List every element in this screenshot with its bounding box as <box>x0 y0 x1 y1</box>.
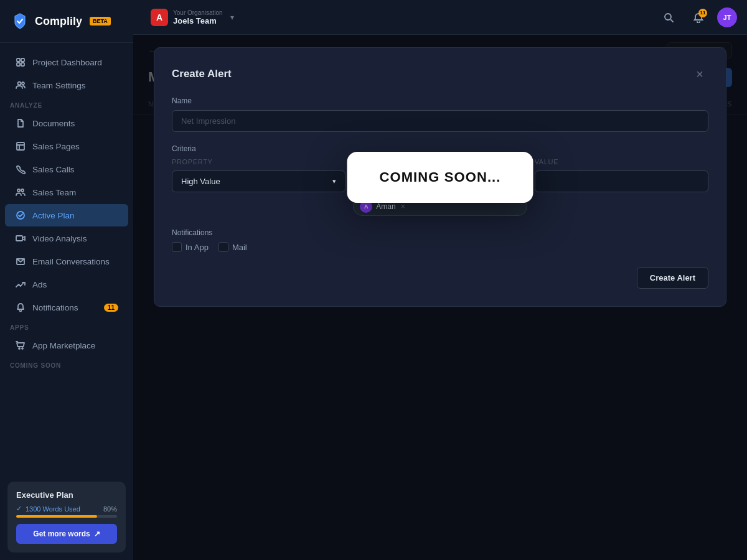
value-input[interactable] <box>535 170 708 192</box>
trending-up-icon <box>15 279 26 290</box>
get-more-words-button[interactable]: Get more words ↗ <box>16 524 117 544</box>
plan-usage-label: 1300 Words Used <box>26 505 80 513</box>
page-area: ← Alerts / Manage Alerts ▶ Help tutorial… <box>133 35 747 560</box>
sidebar-item-app-marketplace[interactable]: App Marketplace <box>5 334 128 357</box>
coming-soon-section-label: COMING SOON <box>0 357 133 371</box>
file-icon <box>15 118 26 129</box>
sidebar-item-label: Documents <box>32 119 75 128</box>
coming-soon-label: COMING SOON... <box>379 169 500 185</box>
notifications-options: In App Mail <box>172 242 708 252</box>
svg-rect-10 <box>16 236 22 241</box>
svg-point-14 <box>665 14 671 20</box>
search-header-button[interactable] <box>657 6 680 29</box>
sidebar-nav: Project Dashboard Team Settings ANALYZE … <box>0 43 133 474</box>
modal-title: Create Alert <box>172 68 232 80</box>
svg-rect-6 <box>17 142 24 150</box>
sidebar-item-project-dashboard[interactable]: Project Dashboard <box>5 51 128 73</box>
chevron-down-icon: ▾ <box>230 13 234 22</box>
svg-point-12 <box>19 348 20 349</box>
sidebar-item-documents[interactable]: Documents <box>5 112 128 134</box>
org-name: Joels Team <box>173 16 223 26</box>
svg-point-4 <box>18 82 21 85</box>
org-info: Your Organisation Joels Team <box>173 9 223 26</box>
sidebar-item-label: Sales Pages <box>32 142 80 151</box>
grid-icon <box>15 57 26 68</box>
sidebar-item-sales-calls[interactable]: Sales Calls <box>5 158 128 180</box>
in-app-checkbox-label[interactable]: In App <box>172 242 209 252</box>
svg-rect-3 <box>21 63 24 66</box>
plan-usage-percent: 80% <box>103 505 117 513</box>
sidebar-item-ads[interactable]: Ads <box>5 273 128 296</box>
store-icon <box>15 340 26 351</box>
create-alert-button[interactable]: Create Alert <box>637 267 708 289</box>
mail-icon <box>15 256 26 267</box>
modal-overlay: Create Alert × Name Criteria PROPERTY US… <box>133 35 747 560</box>
sidebar-item-active-plan[interactable]: Active Plan <box>5 204 128 226</box>
sidebar-item-label: Team Settings <box>32 81 86 90</box>
arrow-up-right-icon: ↗ <box>94 530 100 538</box>
chevron-down-icon: ▾ <box>332 177 336 185</box>
sidebar-item-label: Video Analysis <box>32 234 87 243</box>
plan-usage-row: ✓ 1300 Words Used 80% <box>16 505 117 513</box>
value-col-header: VALUE <box>535 158 708 166</box>
apps-section-label: APPS <box>0 319 133 334</box>
get-more-words-label: Get more words <box>33 530 90 538</box>
create-alert-modal: Create Alert × Name Criteria PROPERTY US… <box>154 47 726 307</box>
plan-progress-fill <box>16 515 97 518</box>
sidebar-item-sales-pages[interactable]: Sales Pages <box>5 135 128 157</box>
in-app-checkbox[interactable] <box>172 242 182 252</box>
notification-count-badge: 11 <box>698 9 707 17</box>
name-field-group: Name <box>172 96 708 144</box>
plan-card-container: Executive Plan ✓ 1300 Words Used 80% Get… <box>0 474 133 560</box>
mail-label: Mail <box>232 243 247 252</box>
property-dropdown-container: High Value ▾ <box>172 170 345 192</box>
sidebar-item-label: Active Plan <box>32 211 75 220</box>
sidebar-item-notifications[interactable]: Notifications 11 <box>5 296 128 319</box>
sidebar-item-label: Sales Calls <box>32 165 75 174</box>
sidebar-item-label: App Marketplace <box>32 341 95 350</box>
user-avatar[interactable]: JT <box>717 7 737 27</box>
beta-badge: BETA <box>90 17 111 26</box>
main-content: A Your Organisation Joels Team ▾ 11 JT <box>133 0 747 560</box>
notifications-badge: 11 <box>104 304 118 312</box>
notifications-section: Notifications In App Mail <box>172 228 708 252</box>
svg-point-7 <box>17 189 20 192</box>
notifications-section-label: Notifications <box>172 228 708 237</box>
user-group-icon <box>15 187 26 198</box>
notifications-header-button[interactable]: 11 <box>687 6 710 29</box>
layout-icon <box>15 141 26 152</box>
org-label: Your Organisation <box>173 9 223 16</box>
svg-rect-1 <box>21 58 24 62</box>
modal-footer: Create Alert <box>172 267 708 289</box>
org-icon: A <box>151 9 168 26</box>
org-selector[interactable]: A Your Organisation Joels Team ▾ <box>143 5 242 30</box>
svg-point-5 <box>22 82 24 85</box>
top-header: A Your Organisation Joels Team ▾ 11 JT <box>133 0 747 35</box>
property-col-header: PROPERTY <box>172 158 345 166</box>
modal-header: Create Alert × <box>172 65 708 83</box>
sidebar-item-team-settings[interactable]: Team Settings <box>5 74 128 96</box>
phone-icon <box>15 164 26 175</box>
avatar-initials: JT <box>723 14 731 21</box>
check-circle-usage-icon: ✓ <box>16 505 22 513</box>
sidebar-item-email-conversations[interactable]: Email Conversations <box>5 250 128 273</box>
logo-icon <box>10 11 30 31</box>
plan-title: Executive Plan <box>16 490 117 500</box>
sidebar-item-label: Email Conversations <box>32 257 110 266</box>
sidebar: Complily BETA Project Dashboard Team Set… <box>0 0 133 560</box>
sidebar-item-video-analysis[interactable]: Video Analysis <box>5 227 128 250</box>
svg-rect-2 <box>17 63 20 66</box>
check-circle-icon <box>15 210 26 221</box>
sidebar-item-sales-team[interactable]: Sales Team <box>5 181 128 203</box>
name-label: Name <box>172 96 708 105</box>
mail-checkbox-label[interactable]: Mail <box>218 242 247 252</box>
name-input[interactable] <box>172 110 708 132</box>
analyze-section-label: ANALYZE <box>0 97 133 111</box>
svg-point-8 <box>21 189 24 192</box>
sidebar-item-label: Notifications <box>32 303 78 312</box>
sidebar-item-label: Sales Team <box>32 188 76 197</box>
remove-user-tag-button[interactable]: × <box>401 202 405 211</box>
property-dropdown[interactable]: High Value ▾ <box>172 170 345 192</box>
mail-checkbox[interactable] <box>218 242 228 252</box>
modal-close-button[interactable]: × <box>691 65 708 83</box>
